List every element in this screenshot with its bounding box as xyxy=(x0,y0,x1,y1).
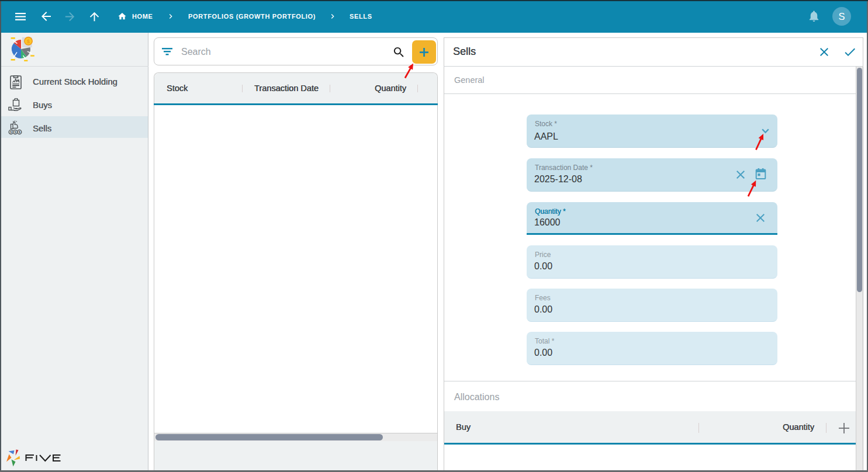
svg-text:$: $ xyxy=(14,130,16,134)
svg-text:$: $ xyxy=(10,130,12,134)
svg-text:$: $ xyxy=(27,38,30,44)
svg-text:$: $ xyxy=(19,130,20,134)
